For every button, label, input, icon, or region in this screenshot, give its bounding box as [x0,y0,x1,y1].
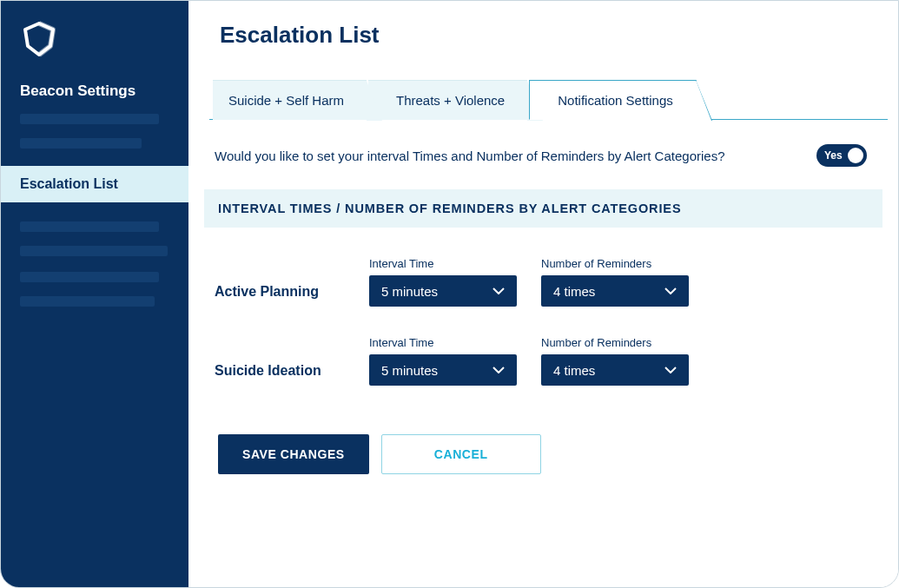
interval-field: Interval Time 5 minutes [369,257,517,307]
reminders-field: Number of Reminders 4 times [541,257,689,307]
sidebar-heading: Beacon Settings [1,83,188,114]
interval-select[interactable]: 5 minutes [369,354,517,386]
interval-select[interactable]: 5 minutes [369,275,517,307]
save-button[interactable]: SAVE CHANGES [218,434,369,474]
sidebar-placeholder-group-bottom [1,221,188,320]
toggle-knob [848,148,863,163]
reminders-select[interactable]: 4 times [541,275,689,307]
reminders-field: Number of Reminders 4 times [541,336,689,386]
question-text: Would you like to set your interval Time… [215,149,725,163]
sidebar-placeholder-group-top [1,114,188,162]
select-value: 5 minutes [381,284,438,299]
logo-icon [1,20,188,83]
sidebar-placeholder [20,296,155,307]
category-row: Active Planning Interval Time 5 minutes … [215,228,872,307]
category-row: Suicide Ideation Interval Time 5 minutes… [215,307,872,386]
sidebar-item-escalation-list[interactable]: Escalation List [1,166,188,202]
category-name: Active Planning [215,284,345,307]
toggle-label: Yes [824,149,843,162]
field-label-interval: Interval Time [369,257,517,270]
alert-categories-toggle[interactable]: Yes [816,144,867,167]
section-banner: INTERVAL TIMES / NUMBER OF REMINDERS BY … [204,189,882,228]
tab-content: Would you like to set your interval Time… [188,120,898,474]
chevron-down-icon [664,367,677,373]
chevron-down-icon [492,367,505,373]
tabs: Suicide + Self Harm Threats + Violence N… [213,80,888,120]
category-name: Suicide Ideation [215,363,345,386]
reminders-select[interactable]: 4 times [541,354,689,386]
sidebar-placeholder [20,138,142,149]
tabs-container: Suicide + Self Harm Threats + Violence N… [213,80,888,120]
sidebar-placeholder [20,114,159,124]
tab-threats-violence[interactable]: Threats + Violence [368,80,527,120]
question-row: Would you like to set your interval Time… [215,144,872,189]
tab-notification-settings[interactable]: Notification Settings [529,80,697,120]
cancel-button[interactable]: CANCEL [381,434,541,474]
chevron-down-icon [664,287,677,294]
tab-suicide-self-harm[interactable]: Suicide + Self Harm [213,80,367,120]
interval-field: Interval Time 5 minutes [369,336,517,386]
field-label-interval: Interval Time [369,336,517,349]
tab-label: Threats + Violence [396,93,505,108]
page-title: Escalation List [188,22,898,80]
select-value: 5 minutes [381,363,438,378]
main-panel: Escalation List Suicide + Self Harm Thre… [188,1,898,587]
sidebar: Beacon Settings Escalation List [1,1,188,587]
field-label-reminders: Number of Reminders [541,336,689,349]
select-value: 4 times [553,284,595,299]
sidebar-placeholder [20,272,159,282]
field-label-reminders: Number of Reminders [541,257,689,270]
app-window: Beacon Settings Escalation List Escalati… [0,0,899,588]
chevron-down-icon [492,287,505,294]
sidebar-placeholder [20,221,159,232]
select-value: 4 times [553,363,595,378]
tab-label: Suicide + Self Harm [228,93,344,108]
tab-label: Notification Settings [558,93,673,108]
actions-row: SAVE CHANGES CANCEL [215,386,872,474]
sidebar-placeholder [20,246,168,256]
